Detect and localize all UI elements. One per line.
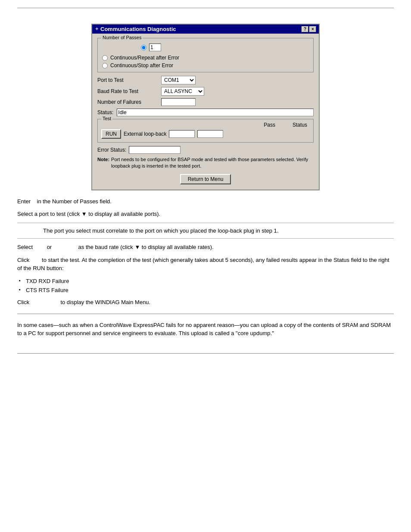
body-para-2: Select a port to test (click ▼ to displa… (17, 210, 394, 218)
failures-input[interactable] (161, 98, 196, 106)
close-button[interactable]: × (309, 26, 316, 32)
status-input[interactable] (117, 109, 314, 116)
continuous-stop-radio[interactable] (102, 63, 108, 68)
content-area: ✦ Communications Diagnostic ? × Number o… (0, 8, 411, 307)
status-header: Status (293, 122, 307, 128)
test-group: Test Pass Status RUN External loop-back (97, 119, 314, 143)
status-row: Status: (97, 109, 314, 116)
bottom-section: In some cases—such as when a ControlWave… (0, 314, 411, 346)
body-text: Enter in the Number of Passes field. Sel… (17, 190, 394, 307)
test-group-label: Test (101, 116, 112, 121)
test-content-row: RUN External loop-back (101, 129, 310, 139)
bullet-list: TXD RXD Failure CTS RTS Failure (17, 277, 394, 295)
passes-number-row: 1 (102, 44, 309, 51)
return-to-menu-button[interactable]: Return to Menu (180, 174, 231, 184)
bullet-item-2: CTS RTS Failure (17, 286, 394, 295)
number-of-passes-group: Number of Passes 1 Continuous/Repeat aft… (97, 38, 314, 72)
note-box-text: The port you select must correlate to th… (43, 227, 278, 234)
dialog-icon: ✦ (95, 26, 99, 32)
error-status-label: Error Status: (97, 147, 126, 153)
baud-row: Baud Rate to Test ALL ASYNC (97, 87, 314, 96)
dialog-titlebar: ✦ Communications Diagnostic ? × (92, 25, 319, 34)
passes-radio-row-2: Continuous/Stop after Error (102, 62, 309, 68)
bullet-item-1: TXD RXD Failure (17, 277, 394, 286)
port-select[interactable]: COM1 (161, 76, 196, 84)
note-box: The port you select must correlate to th… (17, 223, 394, 239)
note-section: Note: Port needs to be configured for BS… (97, 156, 314, 170)
body-para-4: Click to start the test. At the completi… (17, 256, 394, 273)
body-para-3: Select or as the baud rate (click ▼ to d… (17, 243, 394, 252)
return-btn-row: Return to Menu (97, 174, 314, 184)
continuous-repeat-label: Continuous/Repeat after Error (110, 55, 179, 61)
page-container: ✦ Communications Diagnostic ? × Number o… (0, 8, 411, 532)
pass-status-header: Pass Status (101, 122, 310, 128)
failures-row: Number of Failures (97, 98, 314, 106)
failures-label: Number of Failures (97, 99, 158, 105)
continuous-stop-label: Continuous/Stop after Error (110, 62, 173, 68)
run-button[interactable]: RUN (101, 129, 121, 139)
passes-radio-checked[interactable] (141, 45, 146, 50)
passes-group-label: Number of Passes (101, 35, 143, 40)
port-label: Port to Test (97, 77, 158, 83)
external-loopback-label: External loop-back (124, 131, 166, 137)
passes-radio-group: 1 Continuous/Repeat after Error Continuo… (102, 42, 309, 68)
bottom-rule-end (17, 353, 394, 354)
error-status-input[interactable] (129, 146, 181, 154)
note-text: Port needs to be configured for BSAP mod… (111, 156, 314, 170)
test-status-input[interactable] (197, 130, 223, 138)
passes-input[interactable]: 1 (149, 44, 161, 51)
baud-select[interactable]: ALL ASYNC (161, 87, 204, 96)
dialog-window: ✦ Communications Diagnostic ? × Number o… (91, 24, 320, 190)
pass-header: Pass (264, 122, 275, 128)
passes-radio-row-1: Continuous/Repeat after Error (102, 55, 309, 61)
note-label: Note: (97, 156, 109, 170)
body-para-5: Click to display the WINDIAG Main Menu. (17, 298, 394, 307)
baud-label: Baud Rate to Test (97, 88, 158, 94)
titlebar-buttons: ? × (302, 26, 316, 32)
body-para-1: Enter in the Number of Passes field. (17, 197, 394, 206)
help-button[interactable]: ? (302, 26, 308, 32)
test-pass-input[interactable] (169, 130, 195, 138)
titlebar-left: ✦ Communications Diagnostic (95, 26, 176, 32)
status-label: Status: (97, 109, 113, 115)
dialog-body: Number of Passes 1 Continuous/Repeat aft… (92, 34, 319, 190)
port-row: Port to Test COM1 (97, 76, 314, 84)
continuous-repeat-radio[interactable] (102, 55, 108, 61)
error-status-row: Error Status: (97, 146, 314, 154)
dialog-title: Communications Diagnostic (100, 26, 176, 32)
bottom-text: In some cases—such as when a ControlWave… (17, 321, 394, 338)
